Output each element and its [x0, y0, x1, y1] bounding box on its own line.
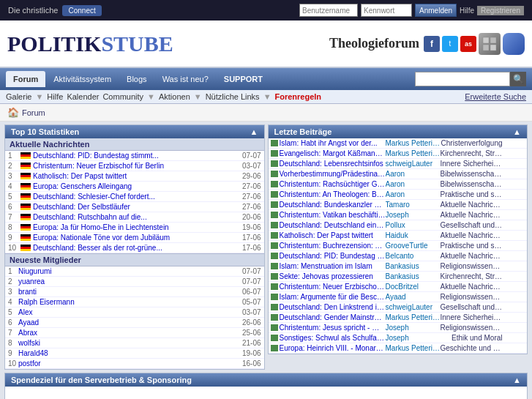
beitrag-text[interactable]: Islam: Habt ihr Angst vor der...: [280, 139, 386, 147]
member-name[interactable]: branti: [18, 288, 242, 296]
member-name[interactable]: Alex: [18, 308, 242, 316]
beitrag-text[interactable]: Christentum: An Theologen: Beschreibt...: [280, 190, 386, 198]
beitrag-author: GrooveTurtle: [386, 242, 441, 250]
member-num: 1: [8, 267, 18, 275]
news-date: 20-06: [239, 213, 261, 221]
beitrag-icon: [271, 283, 278, 290]
beitrag-category: Bibelwissenschaften und...: [441, 180, 503, 188]
news-date: 03-07: [239, 162, 261, 170]
news-item: 4 Europa: Genschers Alleingang 27-06: [5, 182, 264, 192]
register-link[interactable]: Registrieren: [477, 6, 524, 15]
member-item: 4 Ralph Eisermann 05-07: [5, 297, 264, 307]
beitrag-item: Islam: Argumente für die Beschneidung...…: [269, 292, 528, 302]
beitrag-text[interactable]: Europa: Heinrich VIII. - Monarch und...: [280, 344, 386, 352]
subnav-galerie[interactable]: Galerie: [6, 92, 31, 101]
member-name[interactable]: Ralph Eisermann: [18, 298, 242, 306]
beitrag-text[interactable]: Deutschland: PID: Bundestag stimmt...: [280, 252, 386, 260]
beitrag-category: Praktische und systematische...: [441, 242, 503, 250]
beitrag-author: Aaron: [386, 170, 441, 178]
beitrag-text[interactable]: Christentum: Jesus spricht - Mohammed...: [280, 324, 386, 332]
member-name[interactable]: Abrax: [18, 329, 242, 337]
beitraege-expand-icon[interactable]: ▲: [513, 127, 521, 136]
beitrag-text[interactable]: Deutschland: Gender Mainstreaming: [280, 313, 386, 321]
beitrag-item: Deutschland: Den Linkstrend in der CDU..…: [269, 302, 528, 313]
svg-rect-1: [490, 37, 496, 43]
logo-stube: STUBE: [101, 31, 173, 56]
news-link[interactable]: Deutschland: Besser als der rot-grüne...: [33, 244, 239, 252]
beitrag-text[interactable]: Vorherbestimmung/Prädestination: [280, 170, 386, 178]
svg-rect-0: [483, 37, 489, 43]
help-link[interactable]: Hilfe: [460, 7, 474, 15]
beitrag-text[interactable]: Sekte: Jehovas prozessieren: [280, 272, 386, 280]
member-name[interactable]: Ayaad: [18, 318, 242, 327]
news-link[interactable]: Deutschland: Der Selbstläufer: [33, 203, 239, 211]
nav-blogs[interactable]: Blogs: [119, 71, 154, 87]
beitrag-item: Deutschland: Gender Mainstreaming Markus…: [269, 313, 528, 323]
news-link[interactable]: Europa: Nationale Töne vor dem Jubiläum: [33, 234, 239, 242]
beitrag-text[interactable]: Christentum: Neuer Erzbischof für Berlin: [280, 283, 386, 291]
beitrag-category: Aktuelle Nachrichten: [441, 283, 503, 291]
subnav-aktionen[interactable]: Aktionen: [159, 92, 190, 101]
subnav-hilfe[interactable]: Hilfe: [47, 92, 63, 101]
beitrag-text[interactable]: Islam: Menstruation im Islam: [280, 262, 386, 270]
beitrag-text[interactable]: Islam: Argumente für die Beschneidung...: [280, 293, 386, 301]
subnav-nuetzliche[interactable]: Nützliche Links: [206, 92, 260, 101]
member-name[interactable]: wolfski: [18, 339, 242, 347]
member-name[interactable]: Niugurumi: [18, 267, 242, 275]
beitrag-category: Geschichte und Historisches: [441, 344, 503, 352]
beitrag-icon: [271, 201, 278, 208]
nav-support[interactable]: SUPPORT: [217, 71, 270, 87]
nav-forum[interactable]: Forum: [6, 71, 45, 87]
member-date: 06-07: [242, 288, 261, 296]
news-link[interactable]: Deutschland: Schlesier-Chef fordert...: [33, 193, 239, 201]
beitrag-text[interactable]: Christentum: Rachsüchtiger Gott im AT,..…: [280, 180, 386, 188]
member-name[interactable]: postfor: [18, 359, 242, 368]
beitrag-category: Ethik und Moral: [441, 334, 503, 342]
login-button[interactable]: Anmelden: [415, 4, 457, 17]
beitrag-text[interactable]: Sonstiges: Schwul als Schulfach?: [280, 334, 386, 342]
news-link[interactable]: Deutschland: Rutschbahn auf die...: [33, 213, 239, 221]
news-link[interactable]: Europa: Ja für Homo-Ehe in Liechtenstein: [33, 223, 239, 231]
flag-icon: [20, 183, 31, 190]
expand-icon[interactable]: ▲: [250, 127, 258, 136]
news-link[interactable]: Europa: Genschers Alleingang: [33, 182, 239, 190]
nav-search-button[interactable]: 🔍: [510, 72, 526, 86]
facebook-icon[interactable]: f: [424, 36, 440, 52]
beitrag-text[interactable]: Deutschland: Den Linkstrend in der CDU..…: [280, 303, 386, 311]
news-date: 17-06: [239, 234, 261, 242]
twitter-icon[interactable]: t: [442, 36, 458, 52]
spende-expand-icon[interactable]: ▲: [513, 376, 521, 384]
member-name[interactable]: yuanrea: [18, 277, 242, 286]
beitrag-text[interactable]: Katholisch: Der Papst twittert: [280, 231, 386, 239]
nav-wasneu[interactable]: Was ist neu?: [155, 71, 216, 87]
subnav-forenregeln[interactable]: Forenregeln: [275, 92, 322, 101]
beitrag-item: Deutschland: Bundeskanzler Joschka... Ta…: [269, 200, 528, 210]
beitrag-text[interactable]: Deutschland: Bundeskanzler Joschka...: [280, 201, 386, 209]
beitrag-text[interactable]: Deutschland: Lebensrechtsinfos: [280, 160, 386, 168]
beitrag-text[interactable]: Deutschland: Deutschland einig...: [280, 221, 386, 229]
puzzle-icon[interactable]: [479, 33, 501, 55]
beitrag-text[interactable]: Christentum: Buchrezension: Abrechnung..…: [280, 242, 386, 250]
news-item: 6 Deutschland: Der Selbstläufer 27-06: [5, 202, 264, 212]
news-link[interactable]: Deutschland: PID: Bundestag stimmt...: [33, 152, 239, 160]
username-input[interactable]: [299, 4, 358, 17]
news-date: 29-06: [239, 172, 261, 180]
password-input[interactable]: [361, 4, 412, 17]
facebook-connect-button[interactable]: Connect: [62, 5, 101, 16]
nav-search-input[interactable]: [415, 72, 510, 86]
lastfm-icon[interactable]: as: [460, 36, 476, 52]
beitrag-text[interactable]: Christentum: Vatikan beschäftigt...: [280, 211, 386, 219]
news-link[interactable]: Christentum: Neuer Erzbischof für Berlin: [33, 162, 239, 170]
news-link[interactable]: Katholisch: Der Papst twittert: [33, 172, 239, 180]
news-num: 6: [8, 203, 18, 211]
subnav-community[interactable]: Community: [102, 92, 143, 101]
subnav-kalender[interactable]: Kalender: [67, 92, 99, 101]
breadcrumb-forum[interactable]: Forum: [22, 108, 45, 117]
nav-aktivitat[interactable]: Aktivitätssystem: [46, 71, 119, 87]
erweiterte-suche[interactable]: Erweiterte Suche: [465, 92, 526, 101]
app-icon[interactable]: [503, 33, 525, 55]
beitraege-list: Islam: Habt ihr Angst vor der... Markus …: [269, 138, 528, 354]
beitrag-item: Deutschland: Deutschland einig... Pollux…: [269, 220, 528, 231]
beitrag-text[interactable]: Evangelisch: Margot Käßmann...: [280, 149, 386, 157]
member-name[interactable]: Harald48: [18, 349, 242, 357]
